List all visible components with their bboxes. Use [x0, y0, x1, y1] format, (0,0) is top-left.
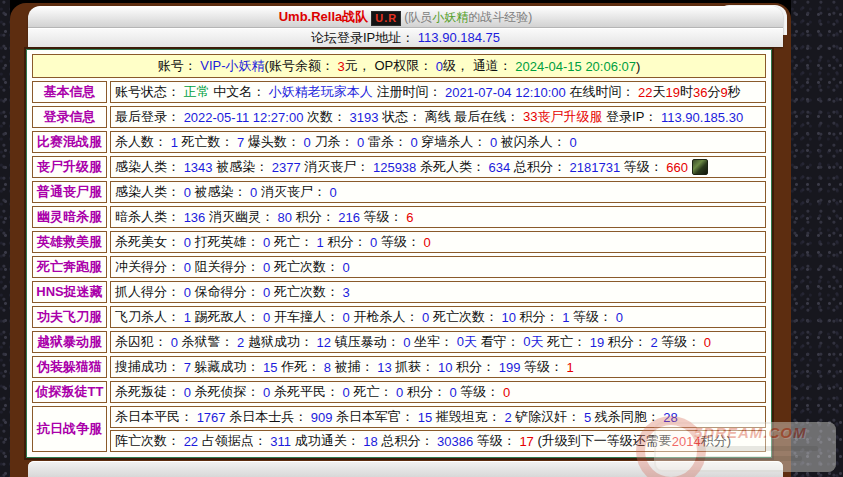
text-segment: 125938: [373, 160, 416, 175]
text-segment: 0: [184, 235, 191, 250]
text-segment: 136: [184, 210, 206, 225]
text-segment: 等级：: [473, 432, 519, 450]
text-segment: 踢死敌人：: [191, 308, 263, 326]
text-segment: 0: [403, 335, 410, 350]
text-segment: 杀日本军官：: [332, 408, 417, 426]
text-segment: 作死：: [278, 358, 324, 376]
text-segment: 0: [569, 135, 576, 150]
text-segment: 1: [317, 235, 324, 250]
stats-table: 账号： VIP-小妖精(账号余额： 3元， OP权限： 0级， 通道： 2024…: [24, 47, 774, 460]
table-row: 死亡奔跑服 冲关得分： 0 阻关得分： 0 死亡次数： 0: [32, 256, 766, 278]
stats-content-line: 感染人类： 1343 被感染： 2377 消灭丧尸： 125938 杀死人类： …: [110, 156, 766, 178]
text-segment: 8: [324, 360, 331, 375]
stats-content-line: 阵亡次数： 22 占领据点： 311 成功通关： 18 总积分： 30386 等…: [110, 430, 766, 452]
text-segment: 3193: [350, 110, 379, 125]
table-row: 英雄救美服 杀死美女： 0 打死英雄： 0 死亡： 1 积分： 0 等级： 0: [32, 231, 766, 253]
stats-content-line: 飞刀杀人： 1 踢死敌人： 0 开车撞人： 0 开枪杀人： 0 死亡次数： 10…: [110, 306, 766, 328]
stats-content-line: 暗杀人类： 136 消灭幽灵： 80 积分： 216 等级： 6: [110, 206, 766, 228]
text-segment: 1: [567, 360, 574, 375]
text-segment: 铲除汉奸：: [512, 408, 584, 426]
text-segment: 0: [263, 385, 270, 400]
text-segment: 等级：: [520, 358, 566, 376]
text-segment: 被感染：: [191, 183, 250, 201]
text-segment: 开车撞人：: [270, 308, 342, 326]
text-segment: 注册时间：: [373, 83, 445, 101]
text-segment: 2021-07-04 12:10:00: [445, 85, 566, 100]
text-segment: 积分：: [403, 383, 449, 401]
text-segment: (账号余额：: [265, 57, 338, 75]
stats-window: Umb.Rella战队U.R(队员小妖精的战斗经验) 论坛登录IP地址： 113…: [10, 3, 791, 477]
text-segment: 抓人得分：: [115, 283, 184, 301]
text-segment: 2: [650, 335, 657, 350]
row-content: 暗杀人类： 136 消灭幽灵： 80 积分： 216 等级： 6: [110, 206, 766, 228]
text-segment: 0天: [457, 333, 477, 351]
text-segment: 级， 通道：: [443, 57, 515, 75]
table-row: 比赛混战服 杀人数： 1 死亡数： 7 爆头数： 0 刀杀： 0 雷杀： 0 穿…: [32, 131, 766, 153]
text-segment: 积分): [701, 432, 731, 450]
row-label: 比赛混战服: [32, 131, 107, 153]
text-segment: 感染人类：: [115, 183, 184, 201]
text-segment: 中文名：: [210, 83, 269, 101]
text-segment: 账号状态：: [115, 83, 184, 101]
row-label: 越狱暴动服: [32, 331, 107, 353]
stats-content-line: 感染人类： 0 被感染： 0 消灭丧尸： 0: [110, 181, 766, 203]
row-label: 登录信息: [32, 106, 107, 128]
team-badge-icon: U.R: [371, 11, 401, 26]
text-segment: 5: [584, 410, 591, 425]
text-segment: 0: [343, 310, 350, 325]
text-segment: 积分：: [324, 233, 370, 251]
row-content: 账号状态： 正常 中文名： 小妖精老玩家本人 注册时间： 2021-07-04 …: [110, 81, 766, 103]
text-segment: 死亡次数：: [429, 308, 501, 326]
text-segment: 坐牢：: [411, 333, 457, 351]
table-row: 幽灵暗杀服 暗杀人类： 136 消灭幽灵： 80 积分： 216 等级： 6: [32, 206, 766, 228]
text-segment: 0: [343, 385, 350, 400]
text-segment: 穿墙杀人：: [418, 133, 490, 151]
row-content: 感染人类： 1343 被感染： 2377 消灭丧尸： 125938 杀死人类： …: [110, 156, 766, 178]
account-summary-row: 账号： VIP-小妖精(账号余额： 3元， OP权限： 0级， 通道： 2024…: [32, 54, 766, 78]
text-segment: 阻关得分：: [191, 258, 263, 276]
text-segment: 杀日本士兵：: [226, 408, 311, 426]
text-segment: 等级：: [377, 233, 423, 251]
table-row: 功夫飞刀服 飞刀杀人： 1 踢死敌人： 0 开车撞人： 0 开枪杀人： 0 死亡…: [32, 306, 766, 328]
text-segment: 1: [171, 135, 178, 150]
player-name: 小妖精: [432, 10, 468, 24]
text-segment: 等级：: [658, 333, 704, 351]
text-segment: 保命得分：: [191, 283, 263, 301]
table-row: 侦探叛徒TT 杀死叛徒： 0 杀死侦探： 0 杀死平民： 0 死亡： 0 积分：…: [32, 381, 766, 403]
text-segment: 0: [263, 235, 270, 250]
text-segment: 0: [357, 135, 364, 150]
text-segment: 3: [338, 59, 345, 74]
text-segment: 6: [406, 210, 413, 225]
title-bar: Umb.Rella战队U.R(队员小妖精的战斗经验): [28, 6, 783, 27]
stats-content-line: 账号状态： 正常 中文名： 小妖精老玩家本人 注册时间： 2021-07-04 …: [110, 81, 766, 103]
text-segment: 杀死平民：: [270, 383, 342, 401]
stats-content-line: 杀囚犯： 0 杀狱警： 2 越狱成功： 12 镇压暴动： 0 坐牢： 0天 看守…: [110, 331, 766, 353]
text-segment: 2: [237, 335, 244, 350]
text-segment: 时: [680, 83, 693, 101]
row-content: 杀囚犯： 0 杀狱警： 2 越狱成功： 12 镇压暴动： 0 坐牢： 0天 看守…: [110, 331, 766, 353]
text-segment: 镇压暴动：: [331, 333, 403, 351]
forum-ip-label: 论坛登录IP地址：: [311, 30, 418, 45]
text-segment: 死亡：: [270, 233, 316, 251]
row-content: 抓人得分： 0 保命得分： 0 死亡次数： 3: [110, 281, 766, 303]
text-segment: 0: [343, 260, 350, 275]
text-segment: 2014: [672, 434, 701, 449]
text-segment: 10: [438, 360, 452, 375]
text-segment: 0: [184, 385, 191, 400]
stats-content-line: 杀日本平民： 1767 杀日本士兵： 909 杀日本军官： 15 摧毁坦克： 2…: [110, 406, 766, 428]
text-segment: 2022-05-11 12:27:00: [184, 110, 304, 125]
text-segment: 80: [278, 210, 292, 225]
text-segment: 12: [317, 335, 331, 350]
stats-content-line: 杀死美女： 0 打死英雄： 0 死亡： 1 积分： 0 等级： 0: [110, 231, 766, 253]
text-segment: 死亡数：: [178, 133, 237, 151]
text-segment: 杀死侦探：: [191, 383, 263, 401]
text-segment: 0: [616, 310, 623, 325]
text-segment: 账号：: [158, 57, 201, 75]
text-segment: 634: [489, 160, 511, 175]
text-segment: 0: [411, 135, 418, 150]
text-segment: 积分：: [516, 308, 562, 326]
row-label: 丧尸升级服: [32, 156, 107, 178]
stats-content-line: 抓人得分： 0 保命得分： 0 死亡次数： 3: [110, 281, 766, 303]
text-segment: 1343: [184, 160, 213, 175]
text-segment: 28: [663, 410, 677, 425]
